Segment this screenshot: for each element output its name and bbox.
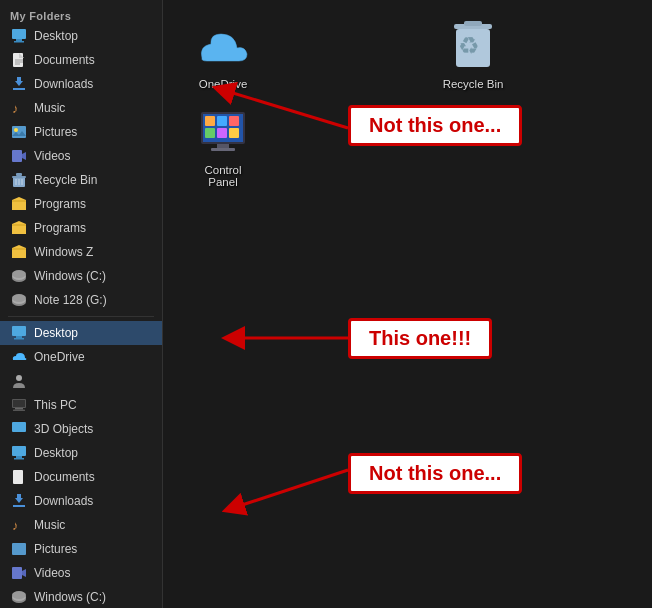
svg-rect-60 <box>217 116 227 126</box>
svg-rect-0 <box>12 29 26 39</box>
sidebar-music-label: Music <box>34 101 65 115</box>
controlpanel-icon-img <box>197 106 249 158</box>
sidebar-item-onedrive[interactable]: OneDrive <box>0 345 162 369</box>
downloads-icon <box>10 75 28 93</box>
sidebar-item-3dobjects[interactable]: 3D Objects <box>0 417 162 441</box>
recycle-icon-img: ♻ <box>447 20 499 72</box>
svg-rect-21 <box>12 200 26 202</box>
svg-rect-48 <box>12 567 22 579</box>
sidebar-videos2-label: Videos <box>34 566 70 580</box>
sidebar-item-music2[interactable]: ♪ Music <box>0 513 162 537</box>
sidebar-item-windowsz[interactable]: Windows Z <box>0 240 162 264</box>
sidebar-item-windowsc2[interactable]: Windows (C:) <box>0 585 162 608</box>
sidebar-item-recycle[interactable]: Recycle Bin <box>0 168 162 192</box>
documents-icon <box>10 51 28 69</box>
svg-rect-66 <box>211 148 235 151</box>
sidebar-desktop-label: Desktop <box>34 29 78 43</box>
recycle-desktop-icon[interactable]: ♻ Recycle Bin <box>433 14 513 96</box>
sidebar-windowsz-label: Windows Z <box>34 245 93 259</box>
svg-point-29 <box>12 294 26 302</box>
svg-rect-45 <box>13 505 25 507</box>
sidebar-recycle-label: Recycle Bin <box>34 173 97 187</box>
sidebar-3dobjects-label: 3D Objects <box>34 422 93 436</box>
sidebar: My Folders Desktop Documents Downloads <box>0 0 163 608</box>
videos-icon <box>10 147 28 165</box>
svg-rect-22 <box>12 224 26 226</box>
onedrive-icon-img <box>197 20 249 72</box>
svg-rect-41 <box>14 458 24 460</box>
svg-rect-36 <box>15 408 23 410</box>
sidebar-item-documents2[interactable]: Documents <box>0 465 162 489</box>
sidebar-item-programs2[interactable]: Programs <box>0 216 162 240</box>
onedrive-desktop-icon[interactable]: OneDrive <box>183 14 263 96</box>
svg-rect-23 <box>12 248 26 250</box>
svg-rect-37 <box>13 410 25 412</box>
desktop3-icon <box>10 444 28 462</box>
documents2-icon <box>10 468 28 486</box>
svg-line-72 <box>233 470 348 508</box>
onedrive-label: OneDrive <box>199 78 248 90</box>
music2-icon: ♪ <box>10 516 28 534</box>
svg-rect-38 <box>12 422 26 432</box>
sidebar-programs2-label: Programs <box>34 221 86 235</box>
sidebar-downloads2-label: Downloads <box>34 494 93 508</box>
sidebar-item-videos2[interactable]: Videos <box>0 561 162 585</box>
svg-rect-11 <box>12 126 26 138</box>
svg-rect-2 <box>14 41 24 43</box>
separator1 <box>8 316 154 317</box>
sidebar-item-thispc[interactable]: This PC <box>0 393 162 417</box>
sidebar-item-windowsc[interactable]: Windows (C:) <box>0 264 162 288</box>
svg-point-26 <box>12 270 26 278</box>
sidebar-scroll[interactable]: My Folders Desktop Documents Downloads <box>0 0 162 608</box>
sidebar-item-documents[interactable]: Documents <box>0 48 162 72</box>
thispc-icon <box>10 396 28 414</box>
sidebar-item-user[interactable] <box>0 369 162 393</box>
svg-rect-40 <box>16 456 22 458</box>
sidebar-item-pictures2[interactable]: Pictures <box>0 537 162 561</box>
programs2-icon <box>10 219 28 237</box>
onedrive2-icon <box>10 348 28 366</box>
recycle-label: Recycle Bin <box>443 78 504 90</box>
svg-rect-47 <box>12 543 26 555</box>
svg-rect-44 <box>17 494 21 499</box>
svg-marker-14 <box>22 152 26 160</box>
pictures-icon <box>10 123 28 141</box>
downloads2-icon <box>10 492 28 510</box>
sidebar-item-videos[interactable]: Videos <box>0 144 162 168</box>
sidebar-note128-label: Note 128 (G:) <box>34 293 107 307</box>
sidebar-item-desktop3[interactable]: Desktop <box>0 441 162 465</box>
sidebar-desktop3-label: Desktop <box>34 446 78 460</box>
sidebar-item-desktop[interactable]: Desktop <box>0 24 162 48</box>
sidebar-item-music[interactable]: ♪ Music <box>0 96 162 120</box>
sidebar-item-pictures[interactable]: Pictures <box>0 120 162 144</box>
sidebar-pictures2-label: Pictures <box>34 542 77 556</box>
controlpanel-label: Control Panel <box>189 164 257 188</box>
note128-icon <box>10 291 28 309</box>
svg-text:♪: ♪ <box>12 518 19 533</box>
desktop-icon <box>10 27 28 45</box>
windowsz-icon <box>10 243 28 261</box>
sidebar-item-downloads2[interactable]: Downloads <box>0 489 162 513</box>
sidebar-item-note128[interactable]: Note 128 (G:) <box>0 288 162 312</box>
controlpanel-desktop-icon[interactable]: Control Panel <box>183 100 263 194</box>
user-icon <box>10 372 28 390</box>
sidebar-item-downloads[interactable]: Downloads <box>0 72 162 96</box>
svg-rect-35 <box>13 400 25 407</box>
svg-point-12 <box>14 128 18 132</box>
pictures2-icon <box>10 540 28 558</box>
callout-not-this-one-2: Not this one... <box>348 453 522 494</box>
sidebar-item-programs1[interactable]: Programs <box>0 192 162 216</box>
callout-this-one: This one!!! <box>348 318 492 359</box>
sidebar-documents2-label: Documents <box>34 470 95 484</box>
svg-marker-49 <box>22 569 26 577</box>
svg-point-33 <box>16 375 22 381</box>
sidebar-onedrive-label: OneDrive <box>34 350 85 364</box>
windowsc2-icon <box>10 588 28 606</box>
svg-rect-32 <box>14 338 24 340</box>
sidebar-item-desktop2[interactable]: Desktop <box>0 321 162 345</box>
svg-rect-61 <box>229 116 239 126</box>
svg-rect-64 <box>229 128 239 138</box>
svg-rect-1 <box>16 39 22 41</box>
svg-rect-17 <box>16 173 22 176</box>
desktop2-icon <box>10 324 28 342</box>
